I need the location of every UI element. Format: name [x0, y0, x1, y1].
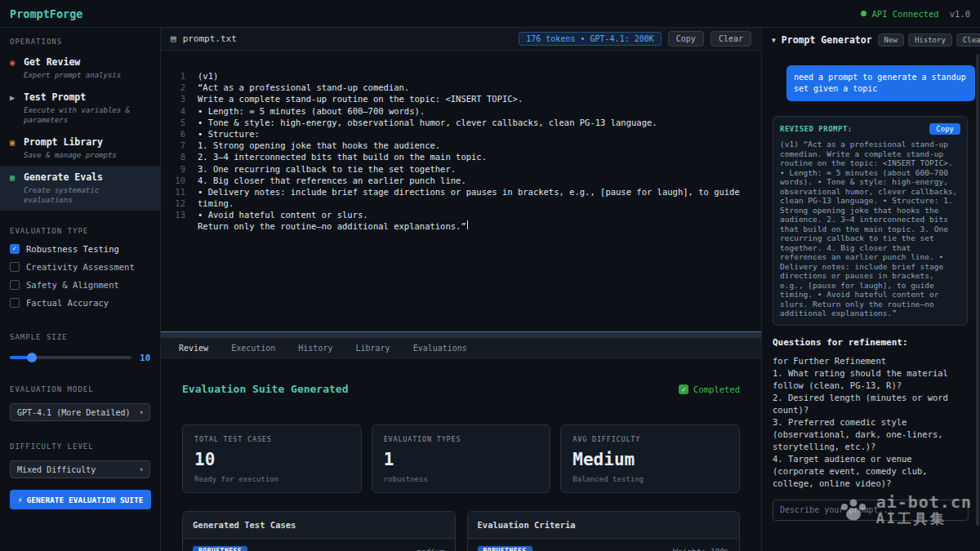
chevron-down-icon[interactable]: ▼: [772, 37, 776, 44]
clear-button[interactable]: Clear: [710, 31, 751, 47]
line-text: • Length: ≈ 5 minutes (about 600–700 wor…: [185, 105, 425, 117]
tab-library[interactable]: Library: [345, 340, 399, 356]
sidebar-item-test-prompt[interactable]: ▶Test Prompt Execute with variables & pa…: [0, 86, 160, 131]
editor-line[interactable]: 71. Strong opening joke that hooks the a…: [161, 140, 761, 151]
line-number: 5: [161, 117, 185, 128]
line-text: • Structure:: [185, 128, 260, 140]
prompt-editor[interactable]: 1(v1)2“Act as a professional stand-up co…: [161, 51, 761, 331]
results-title: Evaluation Suite Generated: [182, 383, 349, 395]
editor-line[interactable]: 93. One recurring callback to tie the se…: [161, 163, 761, 175]
editor-line[interactable]: 4• Length: ≈ 5 minutes (about 600–700 wo…: [161, 105, 761, 117]
editor-line[interactable]: 6• Structure:: [161, 128, 761, 140]
topbar-status: API Connected v1.0: [861, 9, 970, 19]
generate-evaluation-suite-button[interactable]: ⚡ GENERATE EVALUATION SUITE: [10, 490, 151, 509]
clear-chat-button[interactable]: Clear: [956, 33, 980, 47]
checkbox-unchecked-icon[interactable]: [10, 280, 20, 290]
line-text: timing.: [185, 198, 234, 209]
assistant-scrollbar[interactable]: [976, 54, 979, 526]
checkbox-creativity-assessment[interactable]: Creativity Assessment: [0, 258, 160, 276]
new-button[interactable]: New: [878, 33, 904, 47]
refinement-questions-text: for Further Refinement 1. What rating sh…: [773, 355, 968, 490]
panel-title: Generated Test Cases: [183, 512, 455, 539]
prompt-generator-panel: ▼ Prompt Generator New History Clear nee…: [761, 28, 980, 551]
line-number: 10: [161, 175, 185, 186]
operation-subtitle: Expert prompt analysis: [24, 70, 150, 80]
line-number: 3: [161, 93, 185, 104]
operation-subtitle: Execute with variables & parameters: [24, 105, 150, 125]
file-icon: ▤: [171, 33, 176, 44]
app-version: v1.0: [950, 9, 970, 19]
operation-subtitle: Create systematic evaluations: [24, 185, 150, 205]
assistant-header: ▼ Prompt Generator New History Clear: [762, 28, 980, 52]
line-number: 8: [161, 151, 185, 162]
tab-history[interactable]: History: [288, 340, 342, 356]
evaluation-model-value: GPT-4.1 (More Detailed): [17, 408, 130, 417]
editor-line[interactable]: 3Write a complete stand-up routine on th…: [161, 93, 761, 104]
file-name: prompt.txt: [183, 33, 237, 44]
stat-sub: Balanced testing: [572, 475, 728, 483]
editor-line[interactable]: 2“Act as a professional stand-up comedia…: [161, 82, 761, 93]
check-icon: ✓: [679, 384, 688, 394]
robustness-badge: ROBUSTNESS: [478, 546, 532, 551]
lightning-icon: ⚡: [17, 495, 22, 504]
checkbox-factual-accuracy[interactable]: Factual Accuracy: [0, 294, 160, 312]
operation-title: Test Prompt: [24, 91, 86, 103]
line-number: [161, 220, 185, 232]
test-case-row[interactable]: ROBUSTNESS medium: [183, 539, 455, 551]
editor-line[interactable]: 13• Avoid hateful content or slurs.: [161, 209, 761, 220]
difficulty-section-label: DIFFICULTY LEVEL: [0, 433, 160, 455]
editor-line[interactable]: 82. 3–4 interconnected bits that build o…: [161, 151, 761, 162]
play-icon: ▶: [10, 93, 18, 102]
sidebar-item-prompt-library[interactable]: ▣Prompt Library Save & manage prompts: [0, 131, 160, 166]
sample-size-value: 10: [140, 353, 150, 362]
slider-thumb[interactable]: [27, 353, 37, 362]
evaluation-model-select[interactable]: GPT-4.1 (More Detailed): [10, 403, 150, 421]
line-number: 6: [161, 128, 185, 140]
editor-line[interactable]: 104. Big closer that references an earli…: [161, 175, 761, 186]
editor-line[interactable]: Return only the routine—no additional ex…: [161, 220, 761, 232]
checkbox-robustness-testing[interactable]: Robustness Testing: [0, 240, 160, 258]
editor-line[interactable]: 5• Tone & style: high-energy, observatio…: [161, 117, 761, 128]
stat-value: 10: [194, 450, 350, 469]
line-text: (v1): [185, 70, 218, 82]
line-text: 3. One recurring callback to tie the set…: [185, 163, 456, 175]
copy-revised-button[interactable]: Copy: [929, 123, 960, 135]
line-text: • Delivery notes: include brief stage di…: [185, 186, 740, 198]
checkbox-unchecked-icon[interactable]: [10, 298, 20, 308]
history-button[interactable]: History: [908, 33, 952, 47]
line-text: 1. Strong opening joke that hooks the au…: [185, 140, 440, 151]
difficulty-select[interactable]: Mixed Difficulty: [10, 460, 150, 478]
checkbox-checked-icon[interactable]: [10, 244, 20, 254]
sidebar-item-get-review[interactable]: ◉Get Review Expert prompt analysis: [0, 51, 160, 86]
checkbox-label: Creativity Assessment: [26, 262, 135, 272]
stat-label: AVG DIFFICULTY: [572, 435, 728, 443]
line-text: • Avoid hateful content or slurs.: [185, 209, 368, 220]
editor-line[interactable]: 12timing.: [161, 198, 761, 209]
tab-review[interactable]: Review: [169, 340, 218, 356]
sample-size-section-label: SAMPLE SIZE: [0, 323, 160, 346]
generate-button-label: GENERATE EVALUATION SUITE: [27, 495, 144, 504]
criteria-row[interactable]: ROBUSTNESS Weight: 100%: [468, 539, 740, 551]
row-meta: Weight: 100%: [673, 547, 729, 551]
checkbox-unchecked-icon[interactable]: [10, 262, 20, 272]
main-panel: ▤ prompt.txt 176 tokens • GPT-4.1: 200K …: [161, 28, 761, 551]
line-number: 12: [161, 198, 185, 209]
sidebar-item-generate-evals[interactable]: ▦Generate Evals Create systematic evalua…: [0, 166, 160, 211]
checkbox-safety-alignment[interactable]: Safety & Alignment: [0, 276, 160, 294]
prompt-describe-input[interactable]: [773, 500, 969, 521]
editor-line[interactable]: 1(v1): [161, 70, 761, 82]
copy-button[interactable]: Copy: [668, 31, 704, 47]
line-number: 7: [161, 140, 185, 151]
tab-evaluations[interactable]: Evaluations: [403, 340, 477, 356]
split-resize-handle[interactable]: [161, 331, 761, 338]
row-meta: medium: [416, 547, 444, 551]
sample-size-slider[interactable]: [10, 356, 131, 359]
status-badge: ✓ Completed: [679, 384, 740, 394]
stat-sub: Ready for execution: [194, 475, 350, 483]
tab-execution[interactable]: Execution: [221, 340, 285, 356]
revised-prompt-text: (v1) “Act as a professional stand-up com…: [780, 140, 960, 318]
editor-line[interactable]: 11• Delivery notes: include brief stage …: [161, 186, 761, 198]
text-cursor-icon: [467, 220, 469, 229]
refinement-questions-title: Questions for refinement:: [773, 337, 968, 348]
operation-title: Prompt Library: [24, 136, 103, 148]
